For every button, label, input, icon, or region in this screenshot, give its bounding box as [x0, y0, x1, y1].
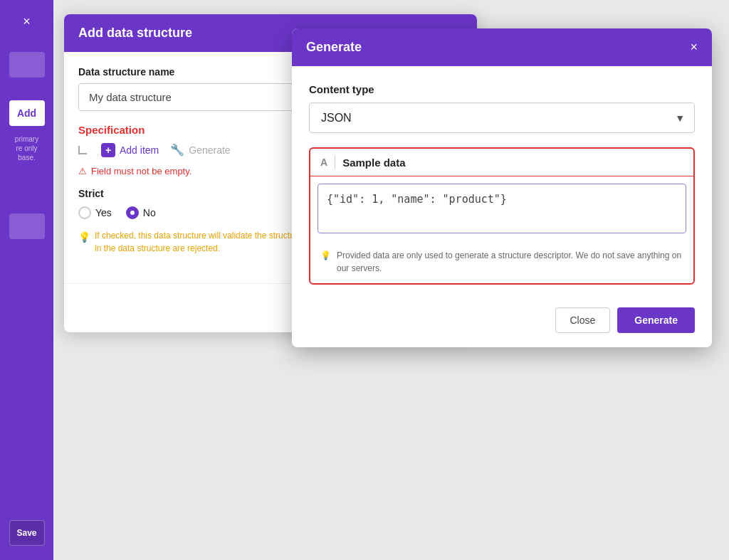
generate-label-button[interactable]: 🔧 Generate	[170, 143, 230, 157]
wrench-icon: 🔧	[170, 143, 184, 157]
content-type-select-wrapper: JSON XML CSV ▼	[309, 102, 695, 133]
radio-no[interactable]: No	[126, 206, 156, 219]
radio-yes[interactable]: Yes	[78, 206, 112, 219]
generate-modal-close-button[interactable]: Close	[555, 307, 611, 333]
radio-yes-circle[interactable]	[78, 206, 91, 219]
add-item-label: Add item	[120, 144, 159, 156]
radio-no-label: No	[143, 207, 156, 218]
sample-data-header: A Sample data	[310, 149, 693, 176]
add-modal-title: Add data structure	[78, 26, 192, 41]
sidebar-add-button[interactable]: Add	[9, 100, 45, 126]
sidebar: × Add primary re only base. Save	[0, 0, 53, 560]
generate-modal-title: Generate	[306, 40, 362, 55]
generate-modal: Generate × Content type JSON XML CSV ▼ A…	[292, 28, 712, 347]
warning-icon: ⚠	[78, 166, 87, 176]
sample-data-a-label: A	[320, 157, 327, 168]
sample-data-textarea[interactable]: {"id": 1, "name": "product"}	[318, 184, 686, 233]
sidebar-input-1	[9, 52, 45, 78]
generate-modal-body: Content type JSON XML CSV ▼ A Sample dat…	[292, 66, 712, 299]
sample-data-note: 💡 Provided data are only used to generat…	[310, 243, 693, 283]
note-bulb-icon: 💡	[320, 249, 331, 262]
sample-data-divider	[335, 156, 335, 169]
sidebar-close-icon[interactable]: ×	[23, 14, 31, 29]
generate-modal-footer: Close Generate	[292, 299, 712, 347]
sidebar-text: primary re only base.	[12, 134, 41, 162]
add-item-icon: +	[101, 143, 115, 157]
radio-no-circle[interactable]	[126, 206, 139, 219]
generate-modal-generate-button[interactable]: Generate	[617, 307, 695, 333]
add-item-button[interactable]: + Add item	[101, 143, 159, 157]
bulb-icon: 💡	[78, 230, 90, 245]
content-type-select[interactable]: JSON XML CSV	[309, 102, 695, 133]
content-type-label: Content type	[309, 83, 695, 95]
radio-yes-label: Yes	[95, 207, 112, 218]
sidebar-save-button[interactable]: Save	[9, 520, 45, 546]
sample-data-title: Sample data	[342, 157, 405, 169]
sidebar-input-2	[9, 213, 45, 239]
generate-label: Generate	[189, 144, 230, 156]
generate-modal-header: Generate ×	[292, 28, 712, 66]
generate-modal-close-icon[interactable]: ×	[690, 40, 698, 55]
sample-data-box: A Sample data {"id": 1, "name": "product…	[309, 147, 695, 285]
spec-dotted-line	[78, 146, 87, 154]
